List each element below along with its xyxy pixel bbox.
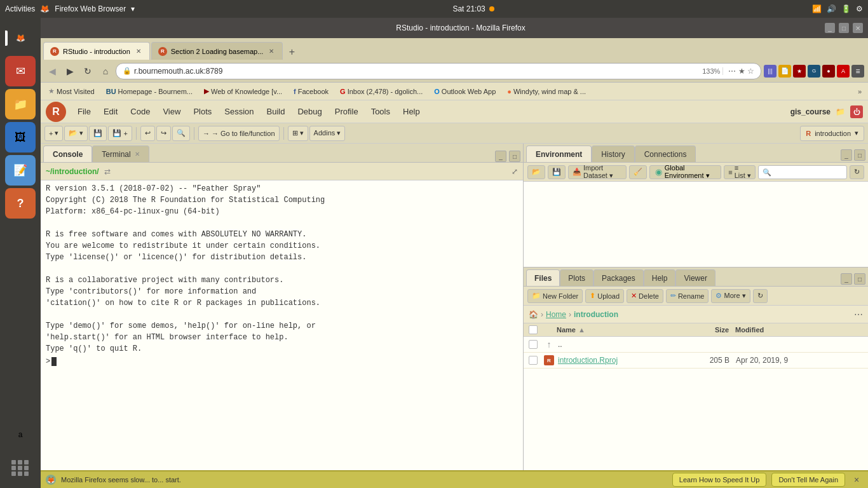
terminal-close-icon[interactable]: ✕ [135, 151, 140, 158]
console-maximize-button[interactable]: □ [509, 151, 520, 162]
tab-history[interactable]: History [592, 146, 634, 162]
tab-packages[interactable]: Packages [593, 269, 644, 286]
bookmark-wok[interactable]: ▶ Web of Knowledge [v... [200, 86, 286, 97]
import-dataset-button[interactable]: 📥 Import Dataset ▾ [568, 165, 627, 179]
reload-button[interactable]: ↻ [80, 64, 95, 79]
ext-icon-4[interactable]: G [808, 65, 820, 78]
minimize-button[interactable]: _ [825, 23, 835, 33]
ext-icon-6[interactable]: A [837, 65, 850, 78]
menu-edit[interactable]: Edit [97, 104, 124, 119]
dock-item-apps[interactable] [5, 452, 36, 483]
dock-item-help[interactable]: ? [5, 188, 36, 219]
ext-icon-3[interactable]: ★ [793, 65, 806, 78]
env-search[interactable] [758, 165, 847, 179]
files-minimize-button[interactable]: _ [841, 273, 852, 285]
row-checkbox-up[interactable] [529, 340, 544, 349]
tab-viewer[interactable]: Viewer [675, 269, 715, 286]
rename-button[interactable]: ✏ Rename [666, 289, 709, 303]
hamburger-menu-icon[interactable]: ≡ [851, 65, 864, 78]
env-minimize-button[interactable]: _ [841, 149, 852, 161]
menu-debug[interactable]: Debug [291, 104, 328, 119]
upload-button[interactable]: ⬆ Upload [585, 289, 624, 303]
tab-connections[interactable]: Connections [635, 146, 696, 162]
go-to-file-button[interactable]: → → Go to file/function [198, 126, 280, 141]
load-workspace-button[interactable]: 📂 [527, 165, 545, 179]
dock-item-photos[interactable]: 🖼 [5, 122, 36, 152]
files-maximize-button[interactable]: □ [854, 273, 865, 285]
forward-button[interactable]: ▶ [62, 64, 78, 79]
bookmark-facebook[interactable]: f Facebook [290, 86, 332, 97]
tab-plots[interactable]: Plots [560, 269, 593, 286]
menu-code[interactable]: Code [124, 104, 156, 119]
row-checkbox-rproj[interactable] [529, 356, 544, 365]
menu-tools[interactable]: Tools [365, 104, 397, 119]
menu-file[interactable]: File [71, 104, 97, 119]
browser-name-label[interactable]: Firefox Web Browser [55, 4, 126, 13]
dock-item-files[interactable]: 📁 [5, 89, 36, 119]
header-modified[interactable]: Modified [735, 326, 863, 334]
dock-item-amazon[interactable]: a [5, 419, 36, 450]
tab-close-1[interactable]: ✕ [134, 47, 143, 56]
activities-label[interactable]: Activities [5, 4, 35, 13]
speed-up-button[interactable]: Learn How to Speed It Up [672, 473, 767, 487]
bookmarks-more-button[interactable]: » [855, 86, 864, 97]
tab-terminal[interactable]: Terminal ✕ [92, 146, 149, 162]
redo-button[interactable]: ↪ [156, 126, 171, 141]
files-refresh-button[interactable]: ↻ [753, 289, 768, 303]
list-item[interactable]: ↑ .. [524, 337, 868, 353]
new-file-button[interactable]: + ▾ [44, 126, 63, 141]
list-view-button[interactable]: ≡ ≡ List ▾ [724, 165, 756, 179]
env-search-input[interactable] [758, 165, 847, 179]
bookmark-outlook[interactable]: O Outlook Web App [430, 86, 499, 97]
back-button[interactable]: ◀ [44, 64, 60, 79]
new-tab-button[interactable]: + [284, 44, 299, 60]
menu-profile[interactable]: Profile [329, 104, 365, 119]
bookmark-windyty[interactable]: ● Windyty, wind map & ... [503, 86, 590, 97]
header-size[interactable]: Size [684, 326, 735, 334]
dock-item-mail[interactable]: ✉ [5, 56, 36, 86]
browser-tab-1[interactable]: R RStudio - introduction ✕ [43, 42, 150, 60]
console-expand-icon[interactable]: ⤢ [512, 167, 518, 176]
menu-plots[interactable]: Plots [187, 104, 218, 119]
ext-icon-5[interactable]: ● [822, 65, 835, 78]
menu-session[interactable]: Session [218, 104, 260, 119]
bookmark-gmail[interactable]: G Inbox (2,478) - dgolich... [336, 86, 426, 97]
console-content[interactable]: R version 3.5.1 (2018-07-02) -- "Feather… [41, 180, 523, 470]
browser-tab-2[interactable]: R Section 2 Loading basemap... ✕ [151, 42, 283, 60]
new-folder-button[interactable]: 📁 New Folder [527, 289, 583, 303]
select-all-checkbox[interactable] [529, 325, 538, 334]
bookmark-bu-homepage[interactable]: BU Homepage - Bournem... [102, 86, 196, 97]
save-workspace-button[interactable]: 💾 [548, 165, 566, 179]
tab-files[interactable]: Files [526, 269, 560, 286]
menu-build[interactable]: Build [261, 104, 292, 119]
project-folder-icon[interactable]: 📁 [836, 107, 845, 116]
tab-console[interactable]: Console [43, 146, 92, 162]
dont-tell-me-button[interactable]: Don't Tell Me Again [771, 473, 845, 487]
bookmark-most-visited[interactable]: ★ Most Visited [44, 86, 98, 97]
env-scope-selector[interactable]: ◉ Global Environment ▾ [649, 165, 722, 179]
ext-icon-2[interactable]: 📄 [778, 65, 791, 78]
tab-close-2[interactable]: ✕ [267, 47, 276, 56]
addins-button[interactable]: Addins ▾ [309, 126, 346, 141]
tab-help[interactable]: Help [644, 269, 676, 286]
menu-view[interactable]: View [156, 104, 187, 119]
env-refresh-button[interactable]: ↻ [850, 165, 864, 179]
tab-environment[interactable]: Environment [526, 146, 592, 162]
file-checkbox-rproj[interactable] [529, 356, 538, 365]
home-icon[interactable]: 🏠 [529, 310, 538, 319]
home-button[interactable]: ⌂ [98, 64, 113, 79]
file-name-rproj[interactable]: introduction.Rproj [558, 356, 685, 365]
ext-icon-1[interactable]: ||| [764, 65, 776, 78]
open-file-button[interactable]: 📂 ▾ [64, 126, 88, 141]
save-file-button[interactable]: 💾 [89, 126, 107, 141]
undo-button[interactable]: ↩ [140, 126, 155, 141]
breadcrumb-more-button[interactable]: ⋯ [854, 309, 863, 320]
dock-item-text[interactable]: 📝 [5, 155, 36, 186]
find-button[interactable]: 🔍 [172, 126, 190, 141]
save-all-button[interactable]: 💾 + [108, 126, 132, 141]
console-minimize-button[interactable]: _ [495, 151, 506, 162]
breadcrumb-item-home[interactable]: Home [546, 310, 566, 319]
dock-item-firefox[interactable]: 🦊 [5, 23, 36, 53]
url-bar[interactable]: 🔒 r.bournemouth.ac.uk:8789 133% ⋯ ★ ☆ [116, 63, 761, 79]
clear-console-button[interactable]: 🧹 [629, 165, 647, 179]
